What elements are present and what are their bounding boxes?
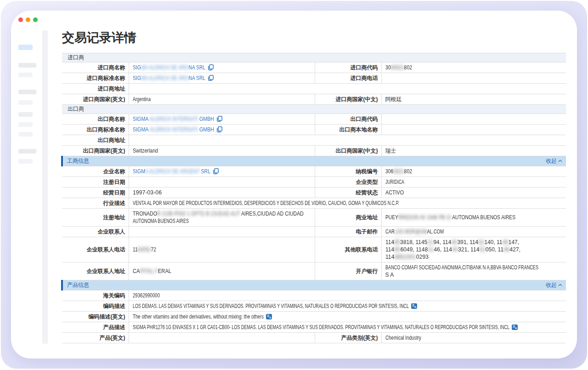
copy-icon[interactable] — [208, 75, 214, 81]
table-row: 编码描述(英文)The other vitamins and their der… — [62, 312, 566, 322]
value-text: 瑞士 — [385, 147, 396, 154]
field-label: 企业名称 — [62, 166, 129, 177]
value-text: 1997-03-06 — [133, 189, 162, 196]
detail-table-body: 进口商进口商名称SIGMA ALDRICH DE ARGNA SRL进口商代码3… — [62, 53, 566, 343]
field-value: Switzerland — [129, 146, 315, 156]
collapse-button-product[interactable]: 收起 — [546, 281, 562, 289]
company-link[interactable]: SIGMA ALDRICH INTERNATI GMBH — [133, 115, 214, 123]
field-value: BANCO COMAFI SOCIEDAD ANONIMA,CITIBANK N… — [381, 262, 566, 280]
redacted-text: 52 — [479, 246, 485, 253]
field-value: SIGMA ALDRICH INTERNATI GMBH — [129, 125, 315, 135]
table-row: 出口商名称SIGMA ALDRICH INTERNATI GMBH出口商代码 — [62, 114, 566, 125]
field-value — [129, 135, 566, 146]
collapse-label: 收起 — [546, 158, 557, 164]
field-label: 出口商标准名称 — [62, 125, 129, 135]
field-label: 产品(英文) — [62, 333, 129, 343]
field-label: 进口商国家(中文) — [315, 94, 381, 105]
translate-icon[interactable]: 文A — [512, 324, 518, 330]
table-row: 企业联系人电子邮件CARLOS MORI@GMAL.COM — [62, 227, 566, 237]
table-row: 注册日期企业类型JURIDICA — [62, 177, 566, 188]
zoom-window-button[interactable] — [33, 17, 38, 22]
redacted-text: 52 — [478, 239, 484, 245]
section-header-exporter: 出口商 — [62, 105, 566, 114]
redacted-text: 21 — [427, 239, 433, 245]
field-value: 3069321802 — [381, 166, 566, 177]
copy-icon[interactable] — [208, 64, 214, 70]
translate-icon[interactable]: 文A — [411, 303, 417, 309]
redacted-text: A ALDRICH DE ARGENT — [145, 168, 199, 175]
company-link[interactable]: SIGMA ALDRICH DE ARGNA SRL — [133, 74, 205, 82]
redacted-text: MA ALDRICH DE ARG — [141, 75, 188, 81]
company-link[interactable]: SIGMA ALDRICH INTERNATI GMBH — [133, 126, 214, 133]
copy-icon[interactable] — [217, 126, 222, 132]
redacted-text: LOS MORI@GM — [394, 228, 427, 235]
field-value: 29362990000 — [129, 290, 566, 301]
field-value: The other vitamins and their derivatives… — [129, 312, 566, 322]
field-label: 注册地址 — [62, 209, 129, 227]
field-label: 产品描述 — [62, 322, 129, 333]
field-label: 出口商本地名称 — [315, 125, 381, 135]
table-row: 经营日期1997-03-06经营状态ACTIVO — [62, 188, 566, 198]
field-label: 企业类型 — [315, 177, 381, 188]
company-link[interactable]: SIGMA ALDRICH DE ARGNA SRL — [133, 64, 205, 71]
field-label: 纳税编号 — [315, 166, 381, 177]
field-value: Argentina — [129, 94, 315, 105]
sidebar-item-active[interactable] — [18, 45, 33, 50]
field-label: 企业联系人电话 — [62, 237, 129, 262]
value-text: LOS DEMAS. LAS DEMAS VITAMINAS Y SUS DER… — [133, 302, 409, 310]
chevron-up-icon — [558, 284, 562, 286]
redacted-text: 8852301 — [394, 254, 416, 260]
field-value: SIGMA ALDRICH DE ARGENT SRL — [129, 166, 315, 177]
sidebar-skeleton-bar — [18, 159, 33, 164]
table-row: 注册地址TRONADOR 2156 PISO 1 DPTO B CIUDAD A… — [62, 209, 566, 227]
copy-icon[interactable] — [213, 168, 219, 174]
close-window-button[interactable] — [18, 17, 23, 22]
redacted-text: PITAL F — [140, 268, 158, 274]
table-row: 进口商名称SIGMA ALDRICH DE ARGNA SRL进口商代码3069… — [62, 63, 566, 73]
field-label: 出口商地址 — [62, 135, 129, 146]
value-text: 3069321802 — [385, 64, 412, 71]
sidebar-skeleton-bar — [18, 90, 36, 94]
field-label: 产品类别(英文) — [315, 333, 381, 343]
minimize-window-button[interactable] — [26, 17, 30, 22]
field-value — [129, 177, 315, 188]
field-value: 116305272 — [129, 237, 315, 262]
value-text: 阿根廷 — [385, 96, 402, 103]
value-text: Argentina — [133, 96, 151, 103]
collapse-button-business[interactable]: 收起 — [546, 157, 562, 165]
company-link[interactable]: SIGMA ALDRICH DE ARGENT SRL — [133, 168, 210, 175]
redacted-text: 9321 — [393, 168, 404, 175]
field-label: 进口商标准名称 — [62, 73, 129, 84]
value-text: TRONADOR 2156 PISO 1 DPTO B CIUDAD AUT A… — [133, 210, 304, 217]
redacted-text: 21 — [428, 246, 434, 253]
field-label: 出口商代码 — [315, 114, 381, 125]
field-value: CARLOS MORI@GMAL.COM — [381, 227, 566, 237]
value-text: BANCO COMAFI SOCIEDAD ANONIMA,CITIBANK N… — [385, 264, 538, 271]
field-label: 商业地址 — [315, 209, 381, 227]
field-label: 企业联系人 — [62, 227, 129, 237]
field-value: JURIDICA — [381, 177, 566, 188]
field-label: 进口商地址 — [62, 84, 129, 94]
field-label: 出口商国家(中文) — [315, 146, 381, 156]
field-value — [129, 333, 315, 343]
field-value — [129, 84, 566, 94]
value-text: ACTIVO — [385, 189, 404, 196]
collapse-label: 收起 — [546, 282, 557, 288]
svg-text:A: A — [515, 327, 517, 330]
field-value: TRONADOR 2156 PISO 1 DPTO B CIUDAD AUT A… — [129, 209, 315, 227]
value-text: Chemical Industry — [385, 334, 421, 342]
field-value: SIGMA ALDRICH DE ARGNA SRL — [129, 63, 315, 73]
field-label: 进口商国家(英文) — [62, 94, 129, 105]
value-text: AUTONOMA BUENOS AIRES — [133, 217, 189, 225]
field-value: SIGMA ALDRICH INTERNATI GMBH — [129, 114, 315, 125]
field-label: 经营状态 — [315, 188, 381, 198]
copy-icon[interactable] — [217, 116, 222, 122]
field-value: 114853818, 11452194, 11440391, 11452140,… — [381, 237, 566, 262]
translate-icon[interactable]: 文A — [266, 314, 272, 319]
value-text: 114856049, 11482146, 11440321, 11452050,… — [385, 246, 520, 253]
window-controls — [18, 17, 38, 22]
redacted-text: 85 — [394, 246, 400, 253]
sidebar-divider — [42, 30, 48, 344]
section-title: 出口商 — [68, 106, 84, 112]
table-row: 企业名称SIGMA ALDRICH DE ARGENT SRL纳税编号30693… — [62, 166, 566, 177]
